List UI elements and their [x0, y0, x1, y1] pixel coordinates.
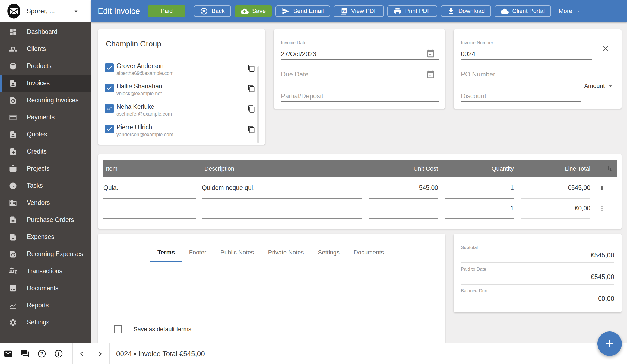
- copy-button[interactable]: [248, 63, 257, 73]
- contacts-scrollbar[interactable]: [257, 66, 259, 143]
- tab-private-notes[interactable]: Private Notes: [261, 243, 311, 262]
- back-icon: [200, 7, 208, 15]
- notes-tabs: Terms Footer Public Notes Private Notes …: [150, 243, 391, 262]
- company-selector[interactable]: Sporer, ...: [0, 0, 91, 22]
- due-date-input[interactable]: [281, 71, 439, 78]
- partial-deposit-input[interactable]: [281, 92, 439, 100]
- client-portal-button[interactable]: Client Portal: [495, 5, 551, 17]
- sort-icon[interactable]: [605, 164, 614, 173]
- view-pdf-button[interactable]: View PDF: [334, 5, 384, 17]
- contact-checkbox[interactable]: [105, 84, 114, 92]
- copy-button[interactable]: [248, 104, 257, 114]
- column-item: Item: [106, 160, 118, 177]
- chevron-down-icon: [72, 8, 80, 15]
- discount-input[interactable]: [461, 92, 581, 100]
- next-record-button[interactable]: [91, 343, 109, 364]
- sidebar-item-reports[interactable]: Reports: [0, 297, 91, 314]
- sidebar-item-credits[interactable]: Credits: [0, 143, 91, 160]
- main-area: Edit Invoice Paid Back Save Send Email V…: [91, 0, 627, 343]
- sidebar-item-dashboard[interactable]: Dashboard: [0, 23, 91, 40]
- tab-footer[interactable]: Footer: [182, 243, 213, 262]
- sidebar-item-vendors[interactable]: Vendors: [0, 194, 91, 211]
- sidebar-item-settings[interactable]: Settings: [0, 314, 91, 331]
- save-default-terms-checkbox[interactable]: [114, 325, 122, 333]
- sidebar-item-label: Purchase Orders: [27, 216, 74, 223]
- tab-terms[interactable]: Terms: [150, 243, 182, 262]
- column-line-total: Line Total: [521, 160, 590, 177]
- save-button[interactable]: Save: [235, 5, 272, 17]
- unit-cost-input[interactable]: [369, 199, 438, 219]
- info-icon[interactable]: [54, 349, 63, 358]
- line-item-row: €545,00: [98, 177, 622, 199]
- sidebar-item-expenses[interactable]: Expenses: [0, 228, 91, 245]
- calendar-icon[interactable]: [426, 69, 436, 79]
- column-quantity: Quantity: [445, 160, 514, 177]
- back-button[interactable]: Back: [194, 5, 231, 17]
- invoice-details-card: Invoice Date: [274, 29, 445, 109]
- more-button[interactable]: More: [559, 8, 581, 15]
- send-email-button[interactable]: Send Email: [276, 5, 330, 17]
- print-pdf-button[interactable]: Print PDF: [387, 5, 437, 17]
- chat-bubble-icon: [20, 349, 30, 358]
- tab-documents[interactable]: Documents: [347, 243, 391, 262]
- sidebar-item-label: Documents: [27, 285, 58, 292]
- copy-button[interactable]: [248, 124, 257, 135]
- recurring-expenses-icon: [9, 250, 17, 258]
- chat-icon[interactable]: [20, 349, 30, 358]
- row-menu-icon[interactable]: [598, 203, 609, 214]
- item-input[interactable]: [103, 199, 196, 219]
- contact-checkbox[interactable]: [105, 125, 114, 133]
- sidebar-item-recurring-invoices[interactable]: Recurring Invoices: [0, 92, 91, 109]
- sidebar-item-clients[interactable]: Clients: [0, 40, 91, 58]
- recurring-invoices-icon: [9, 96, 17, 104]
- sidebar-item-label: Recurring Expenses: [27, 250, 83, 258]
- clients-icon: [9, 45, 17, 53]
- tab-settings[interactable]: Settings: [311, 243, 347, 262]
- email-icon[interactable]: [4, 349, 13, 358]
- description-input[interactable]: [202, 177, 362, 199]
- copy-icon: [248, 105, 255, 113]
- sidebar-item-tasks[interactable]: Tasks: [0, 177, 91, 194]
- sidebar-item-products[interactable]: Products: [0, 58, 91, 75]
- sidebar: Sporer, ... Dashboard Clients Products I…: [0, 0, 91, 343]
- quantity-input[interactable]: [445, 199, 514, 219]
- copy-button[interactable]: [248, 83, 257, 94]
- contact-checkbox[interactable]: [105, 104, 114, 113]
- sidebar-item-documents[interactable]: Documents: [0, 280, 91, 297]
- item-input[interactable]: [103, 177, 196, 199]
- sidebar-item-quotes[interactable]: Quotes: [0, 126, 91, 143]
- close-icon[interactable]: [601, 44, 610, 53]
- sidebar-item-projects[interactable]: Projects: [0, 160, 91, 177]
- calendar-icon[interactable]: [426, 48, 436, 59]
- tab-label: Private Notes: [268, 249, 304, 256]
- tab-public-notes[interactable]: Public Notes: [213, 243, 261, 262]
- terms-textarea[interactable]: [103, 266, 437, 316]
- sidebar-item-invoices[interactable]: Invoices: [0, 75, 91, 92]
- cloud-icon: [501, 7, 509, 15]
- sidebar-item-recurring-expenses[interactable]: Recurring Expenses: [0, 245, 91, 263]
- previous-record-button[interactable]: [73, 343, 91, 364]
- sidebar-item-purchase-orders[interactable]: Purchase Orders: [0, 211, 91, 228]
- page-title: Edit Invoice: [98, 7, 140, 16]
- contact-row: Hallie Shanahan vblock@example.net: [98, 82, 265, 100]
- contact-checkbox[interactable]: [105, 63, 114, 72]
- download-button[interactable]: Download: [441, 5, 491, 17]
- invoice-date-input[interactable]: [281, 50, 439, 58]
- back-label: Back: [211, 8, 225, 15]
- invoice-number-input[interactable]: [461, 50, 592, 58]
- sidebar-item-payments[interactable]: Payments: [0, 109, 91, 126]
- help-icon[interactable]: [37, 349, 46, 358]
- po-number-input[interactable]: [461, 71, 615, 78]
- chevron-down-icon: [607, 83, 613, 89]
- sidebar-item-transactions[interactable]: Transactions: [0, 263, 91, 280]
- discount-type-select[interactable]: Amount: [584, 82, 613, 90]
- description-input[interactable]: [202, 199, 362, 219]
- reports-icon: [9, 301, 17, 309]
- due-date-field: [281, 60, 439, 80]
- quantity-input[interactable]: [445, 177, 514, 199]
- divider: [109, 343, 110, 364]
- tasks-icon: [9, 182, 17, 190]
- row-menu-icon[interactable]: [598, 183, 609, 193]
- add-button[interactable]: [597, 331, 622, 356]
- unit-cost-input[interactable]: [369, 177, 438, 199]
